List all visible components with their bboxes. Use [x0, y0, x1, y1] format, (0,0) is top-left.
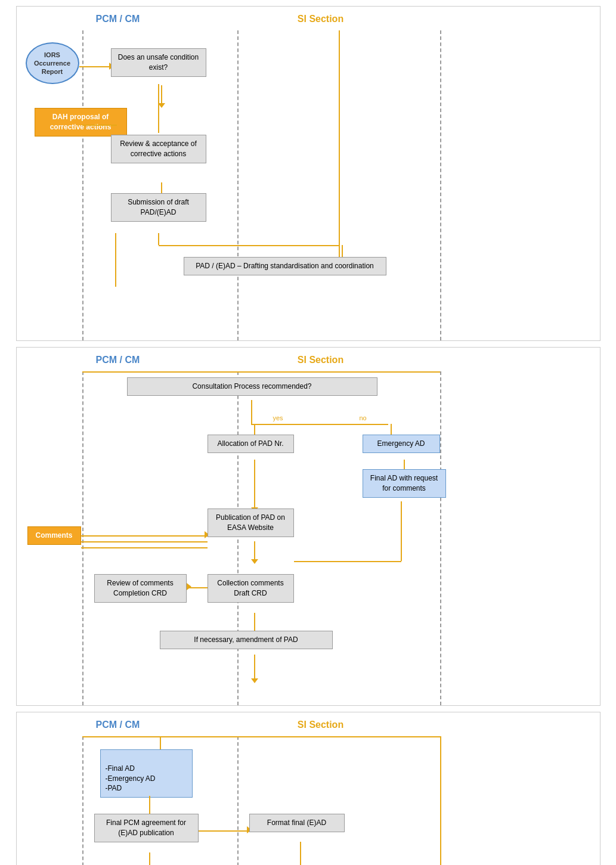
iors-oval: IORS Occurrence Report: [26, 42, 79, 84]
s2-box8-collection: Collection comments Draft CRD: [208, 574, 294, 603]
s2-box3-emergency-ad: Emergency AD: [363, 435, 440, 453]
yes-label: yes: [273, 414, 283, 421]
section1-panel: PCM / CM SI Section IORS Occurrence Repo…: [16, 6, 600, 341]
s3-h-box2-box3: [199, 830, 249, 832]
section2-header: PCM / CM SI Section: [17, 348, 600, 371]
section3-panel: PCM / CM SI Section -Final AD -Emergency…: [16, 712, 600, 865]
s2-split-hline: [251, 424, 388, 425]
left-vline: [115, 233, 116, 287]
box1-unsafe-condition: Does an unsafe condition exist?: [111, 48, 206, 77]
s2-vline1: [82, 371, 83, 705]
s2-box1-consultation: Consultation Process recommended?: [127, 377, 377, 396]
section2-col1-label: PCM / CM: [17, 352, 219, 371]
s2-vline2: [237, 371, 239, 705]
vline2: [237, 30, 239, 340]
iors-arrow-h: [79, 66, 112, 67]
s1-main-vline: [158, 84, 159, 133]
diagram-container: PCM / CM SI Section IORS Occurrence Repo…: [0, 0, 616, 865]
s2-main-down: [251, 400, 252, 424]
s2-box2-allocation: Allocation of PAD Nr.: [208, 435, 294, 453]
section2-body: Consultation Process recommended? yes no…: [17, 371, 600, 705]
s3-box3-down: [297, 842, 304, 865]
s2-alloc-down: [251, 460, 258, 512]
s3-box1-list: -Final AD -Emergency AD -PAD: [100, 749, 193, 798]
s2-finalad-down: [401, 501, 402, 561]
box5-drafting: PAD / (E)AD – Drafting standardisation a…: [184, 257, 386, 275]
vline3: [440, 30, 441, 340]
s2-top-hline: [82, 371, 440, 373]
s2-box7-arrow: [187, 583, 191, 590]
s2-box9-amendment: If necessary, amendment of PAD: [160, 631, 333, 649]
box4-submission: Submission of draft PAD/(E)AD: [111, 193, 206, 222]
s2-bottom-arrow: [251, 655, 258, 683]
si-vline-orange: [339, 30, 340, 257]
s3-top-hline: [82, 736, 440, 737]
s2-comments-hline: [81, 535, 208, 537]
section1-body: IORS Occurrence Report Does an unsafe co…: [17, 30, 600, 340]
section1-header: PCM / CM SI Section: [17, 7, 600, 30]
s3-box3-format: Format final (E)AD: [249, 814, 345, 832]
s3-box2-down: [146, 852, 153, 865]
s2-comments-hline3: [81, 547, 208, 548]
arrow-box4-down: [158, 233, 159, 245]
s2-box4-final-ad-request: Final AD with request for comments: [363, 469, 446, 498]
s3-right-vline: [440, 736, 441, 865]
section3-col2-label: SI Section: [219, 717, 422, 736]
s2-box6-down: [251, 541, 258, 564]
s2-finalad-hline: [294, 561, 401, 562]
vline1: [82, 30, 83, 340]
h-to-si: [159, 245, 340, 246]
s2-comments-box: Comments: [27, 526, 81, 545]
dah-arrow-h: [82, 125, 117, 126]
section1-col1-label: PCM / CM: [17, 11, 219, 30]
section3-col1-label: PCM / CM: [17, 717, 219, 736]
section1-col2-label: SI Section: [219, 11, 422, 30]
section3-body: -Final AD -Emergency AD -PAD Final PCM a…: [17, 736, 600, 865]
s2-vline3: [440, 371, 441, 705]
box3-review-acceptance: Review & acceptance of corrective action…: [111, 135, 206, 163]
box2-dah-proposal: DAH proposal of corrective actions: [35, 108, 127, 137]
s3-box2-pcm-agreement: Final PCM agreement for (E)AD publicatio…: [94, 814, 199, 842]
s3-vline1: [82, 736, 83, 865]
s2-box6-publication: Publication of PAD on EASA Website: [208, 509, 294, 537]
section2-panel: PCM / CM SI Section Consultation Process…: [16, 347, 600, 706]
s2-box7-review-comments: Review of comments Completion CRD: [94, 574, 187, 603]
section2-col2-label: SI Section: [219, 352, 422, 371]
section3-header: PCM / CM SI Section: [17, 712, 600, 736]
s3-vline2: [237, 736, 239, 865]
s2-comments-hline2: [81, 541, 208, 542]
no-label: no: [360, 414, 367, 421]
